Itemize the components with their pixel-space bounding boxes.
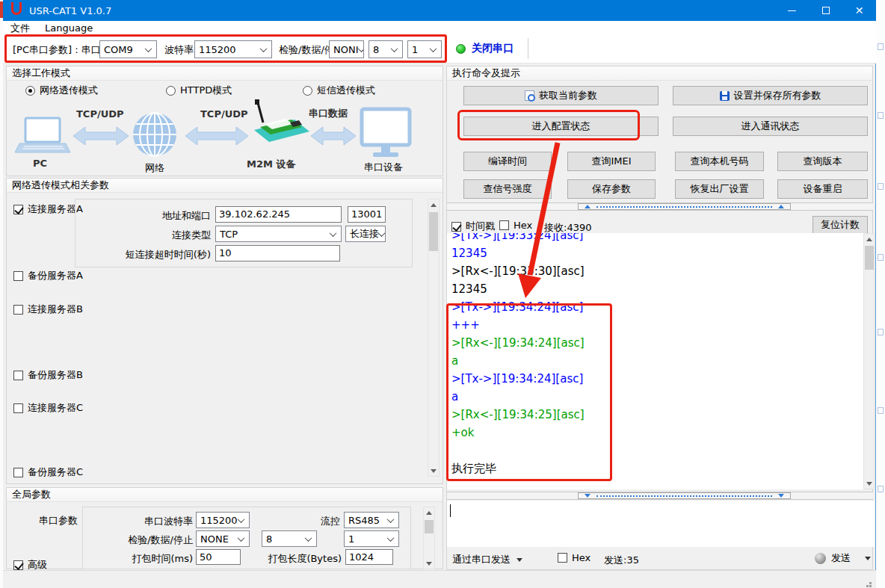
pack-length-input[interactable]: 1024 — [345, 549, 393, 565]
send-via-serial-dropdown[interactable]: 通过串口发送 — [452, 553, 522, 566]
stop-bits-select[interactable]: 1 — [407, 40, 442, 58]
button-label: 保存参数 — [592, 182, 631, 196]
data-bits-select[interactable]: 8 — [369, 40, 403, 58]
collapse-up-icon — [778, 205, 784, 208]
factory-reset-button[interactable]: 恢复出厂设置 — [675, 179, 764, 199]
chevron-down-icon — [378, 229, 386, 237]
send-input[interactable] — [447, 501, 875, 547]
menu-bar: 文件 Language — [3, 21, 876, 35]
radio-net-transparent-mode[interactable]: 网络透传模式 — [25, 84, 98, 97]
work-mode-caption: 选择工作模式 — [7, 66, 442, 81]
close-button[interactable]: ✕ — [842, 0, 876, 21]
resize-grip[interactable] — [869, 582, 872, 584]
checkbox-icon — [451, 222, 461, 232]
radio-label: 网络透传模式 — [40, 84, 98, 97]
global-params-caption: 全局参数 — [7, 488, 442, 502]
splitter-handle[interactable] — [578, 492, 791, 499]
server-address-input[interactable]: 39.102.62.245 — [215, 206, 342, 223]
checkbox-backup-b[interactable]: 备份服务器B — [13, 368, 83, 382]
device-restart-button[interactable]: 设备重启 — [777, 179, 868, 199]
serial-baud-label: 串口波特率 — [114, 515, 193, 528]
keep-alive-select[interactable]: 长连接 — [345, 226, 386, 242]
log-line: >[Tx->][19:34:24][asc] — [451, 370, 863, 388]
checkbox-server-a[interactable]: 连接服务器A — [13, 202, 83, 216]
serial-stop-bits-select[interactable]: 1 — [344, 530, 399, 547]
pack-time-input[interactable]: 50 — [196, 549, 241, 565]
log-line: >[Rx<-][19:33:30][asc] — [451, 262, 863, 280]
short-conn-timeout-input[interactable]: 10 — [215, 245, 340, 261]
chevron-down-icon — [430, 45, 437, 52]
serial-data-bits-select[interactable]: 8 — [262, 530, 317, 547]
checkbox-backup-c[interactable]: 备份服务器C — [13, 465, 83, 479]
parity-value: NONI — [333, 44, 359, 55]
data-bits-value: 8 — [373, 44, 379, 55]
conn-type-select[interactable]: TCP — [215, 226, 342, 242]
reset-count-button[interactable]: 复位计数 — [812, 216, 868, 234]
net-params-scrollbar[interactable] — [428, 199, 440, 477]
baud-select[interactable]: 115200 — [194, 40, 272, 58]
serial-parity-select[interactable]: NONE — [196, 530, 250, 547]
maximize-button[interactable] — [809, 0, 842, 21]
checkbox-recv-hex[interactable]: Hex — [499, 220, 532, 231]
log-splitter-top[interactable] — [447, 202, 873, 211]
serial-data-bits-value: 8 — [266, 533, 272, 545]
query-version-button[interactable]: 查询版本 — [777, 152, 868, 171]
flow-control-select[interactable]: RS485 — [344, 512, 399, 528]
menu-language[interactable]: Language — [37, 22, 100, 34]
close-serial-port-button[interactable]: 关闭串口 — [456, 38, 514, 59]
scroll-up-icon[interactable] — [428, 199, 439, 210]
send-via-label: 通过串口发送 — [452, 553, 511, 566]
query-local-number-button[interactable]: 查询本机号码 — [675, 152, 764, 171]
checkbox-icon — [13, 305, 23, 315]
send-button[interactable]: 发送 — [815, 551, 871, 565]
get-current-params-button[interactable]: 获取当前参数 — [463, 86, 659, 105]
radio-httpd-mode[interactable]: HTTPD模式 — [166, 84, 232, 97]
scrollbar-thumb[interactable] — [865, 246, 874, 270]
splitter-handle[interactable] — [578, 203, 791, 210]
save-params-button[interactable]: 保存参数 — [567, 179, 656, 199]
scrollbar-thumb[interactable] — [429, 212, 438, 251]
compile-time-button[interactable]: 编译时间 — [463, 152, 552, 171]
checkbox-server-c[interactable]: 连接服务器C — [13, 401, 83, 415]
com-port-select[interactable]: COM9 — [99, 40, 157, 58]
serial-baud-select[interactable]: 115200 — [196, 512, 250, 528]
parity-select[interactable]: NONI — [329, 40, 364, 58]
menu-file[interactable]: 文件 — [3, 22, 37, 35]
checkbox-timestamp[interactable]: 时间戳 — [451, 220, 495, 233]
checkbox-server-b[interactable]: 连接服务器B — [13, 303, 83, 316]
collapse-up-icon — [585, 205, 590, 208]
query-signal-strength-button[interactable]: 查信号强度 — [463, 179, 552, 199]
magnifier-doc-icon — [525, 90, 534, 101]
checkbox-icon — [499, 220, 509, 230]
log-splitter-bottom[interactable] — [447, 492, 873, 500]
checkbox-icon — [558, 553, 567, 563]
checkbox-send-hex[interactable]: Hex — [558, 552, 590, 563]
checkbox-backup-a[interactable]: 备份服务器A — [13, 269, 83, 282]
set-save-all-params-button[interactable]: 设置并保存所有参数 — [673, 86, 868, 105]
enter-config-state-button[interactable]: 进入配置状态 — [463, 117, 659, 136]
chevron-down-icon — [330, 229, 337, 237]
port-open-indicator-icon — [456, 44, 466, 54]
serial-params-group-label: 串口参数 — [39, 514, 78, 527]
chevron-down-icon — [145, 45, 152, 52]
scroll-down-icon[interactable] — [864, 478, 875, 489]
toolbar-separator — [528, 38, 528, 59]
minimize-button[interactable] — [775, 0, 809, 21]
checkbox-label: 备份服务器A — [28, 269, 83, 282]
log-line: >[Rx<-][19:34:24][asc] — [451, 334, 863, 352]
scroll-up-icon[interactable] — [424, 507, 434, 518]
global-params-scrollbar[interactable] — [423, 507, 435, 569]
scroll-down-icon[interactable] — [428, 465, 439, 476]
node-label-serial-device: 串口设备 — [364, 161, 403, 174]
scrollbar-thumb[interactable] — [425, 520, 434, 533]
query-imei-button[interactable]: 查询IMEI — [567, 152, 656, 171]
scroll-up-icon[interactable] — [864, 234, 875, 244]
enter-comm-state-button[interactable]: 进入通讯状态 — [673, 117, 868, 136]
receive-log[interactable]: >[Tx->][19:33:24][asc]12345>[Rx<-][19:33… — [447, 233, 863, 489]
log-scrollbar[interactable] — [863, 233, 875, 489]
background-glyph-fragment — [878, 183, 884, 190]
button-label: 查信号强度 — [484, 182, 532, 196]
scroll-down-icon[interactable] — [424, 558, 434, 569]
server-port-input[interactable]: 13001 — [348, 206, 386, 223]
radio-sms-transparent-mode[interactable]: 短信透传模式 — [303, 84, 375, 97]
